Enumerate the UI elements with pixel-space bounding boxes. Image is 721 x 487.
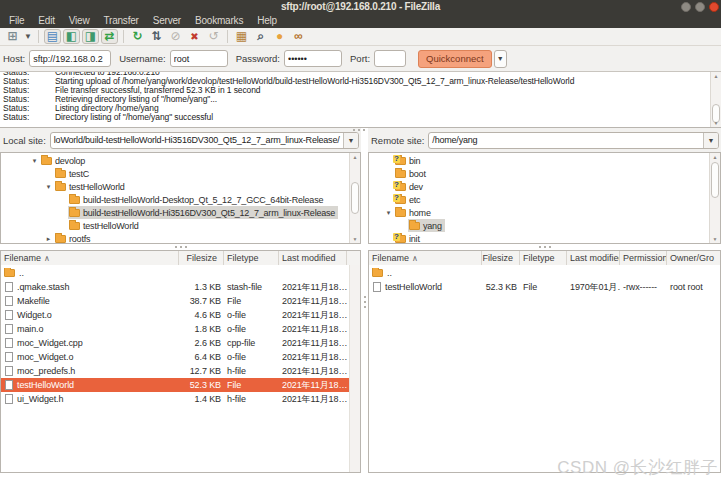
status-log: Status: Connected to 192.168.0.210 Statu… bbox=[0, 72, 721, 128]
tree-item[interactable]: testC bbox=[1, 167, 348, 180]
status-log-scrollbar[interactable]: ▲ ▼ bbox=[710, 72, 721, 127]
tree-item[interactable]: ▾ devolop bbox=[1, 154, 348, 167]
column-header[interactable]: Owner/Gro bbox=[667, 251, 720, 265]
column-header[interactable]: Filename∧ bbox=[369, 251, 482, 265]
tree-item[interactable]: build-testHelloWorld-Hi3516DV300_Qt5_12_… bbox=[1, 206, 348, 219]
..[interactable]: .. bbox=[1, 266, 360, 280]
moc_Widget.cpp[interactable]: moc_Widget.cpp 2.6 KB cpp-file 2021年11月1… bbox=[1, 336, 360, 350]
remote-tree-scrollbar[interactable]: ▲ ▼ bbox=[709, 153, 720, 243]
synchronized-browsing-button[interactable]: ⌕ bbox=[252, 29, 269, 44]
tree-item[interactable]: init bbox=[369, 232, 708, 243]
.qmake.stash[interactable]: .qmake.stash 1.3 KB stash-file 2021年11月1… bbox=[1, 280, 360, 294]
process-queue-button[interactable]: ⇅ bbox=[148, 29, 165, 44]
local-list-scrollbar[interactable] bbox=[349, 265, 360, 472]
tree-item[interactable]: bin bbox=[369, 154, 708, 167]
expander-icon[interactable]: ▾ bbox=[43, 183, 54, 191]
scrollbar-thumb[interactable] bbox=[351, 182, 359, 214]
scroll-up-icon[interactable]: ▲ bbox=[710, 154, 720, 160]
menu-item[interactable]: Help bbox=[250, 14, 284, 28]
site-manager-button[interactable]: ⊞ bbox=[4, 29, 21, 44]
folder-icon bbox=[55, 183, 66, 191]
port-label: Port: bbox=[350, 53, 370, 64]
scroll-up-icon[interactable]: ▲ bbox=[350, 154, 360, 160]
username-input[interactable] bbox=[170, 50, 228, 67]
quickconnect-button[interactable]: Quickconnect bbox=[418, 50, 492, 68]
menu-item[interactable]: Edit bbox=[31, 14, 61, 28]
main.o[interactable]: main.o 1.8 KB o-file 2021年11月18… bbox=[1, 322, 360, 336]
panel-splitter[interactable] bbox=[361, 128, 368, 473]
file-icon bbox=[5, 282, 13, 292]
tree-item[interactable]: ▾ testHelloWorld bbox=[1, 180, 348, 193]
column-header[interactable]: Filename∧ bbox=[1, 251, 179, 265]
column-header[interactable]: Filetype bbox=[224, 251, 279, 265]
site-manager-dropdown-icon[interactable]: ▼ bbox=[23, 29, 33, 44]
testHelloWorld[interactable]: testHelloWorld 52.3 KB File 1970年01月… -r… bbox=[369, 280, 720, 294]
expander-icon[interactable]: ▾ bbox=[383, 209, 394, 217]
tree-item[interactable]: dev bbox=[369, 180, 708, 193]
directory-filter-button[interactable]: ● bbox=[271, 29, 288, 44]
file-icon bbox=[5, 338, 13, 348]
column-header[interactable]: Filesize bbox=[482, 251, 520, 265]
password-input[interactable] bbox=[284, 50, 342, 67]
menu-item[interactable]: Server bbox=[146, 14, 188, 28]
scroll-down-icon[interactable]: ▼ bbox=[711, 120, 721, 126]
scroll-down-icon[interactable]: ▼ bbox=[350, 236, 360, 242]
close-button[interactable] bbox=[709, 2, 719, 12]
expander-icon[interactable]: ▾ bbox=[29, 157, 40, 165]
menu-item[interactable]: Transfer bbox=[96, 14, 145, 28]
chevron-down-icon[interactable]: ▼ bbox=[703, 133, 718, 148]
tree-item[interactable]: etc bbox=[369, 193, 708, 206]
local-site-bar: Local site: loWorld/build-testHelloWorld… bbox=[0, 128, 361, 152]
menu-item[interactable]: View bbox=[62, 14, 97, 28]
quickconnect-dropdown-icon[interactable]: ▼ bbox=[494, 50, 507, 68]
tree-item[interactable]: yang bbox=[369, 219, 708, 232]
moc_Widget.o[interactable]: moc_Widget.o 6.4 KB o-file 2021年11月18… bbox=[1, 350, 360, 364]
tree-item[interactable]: testHelloWorld bbox=[1, 219, 348, 232]
remote-site-combo[interactable]: /home/yang ▼ bbox=[428, 132, 719, 149]
directory-comparison-button[interactable]: ▦ bbox=[233, 29, 250, 44]
local-site-combo[interactable]: loWorld/build-testHelloWorld-Hi3516DV300… bbox=[50, 132, 359, 149]
cancel-operation-button[interactable]: ⊘ bbox=[167, 29, 184, 44]
disconnect-button[interactable]: ✖ bbox=[186, 29, 203, 44]
local-directory-tree: ▾ devolop testC ▾ testHelloWorld build-t… bbox=[0, 152, 361, 244]
menu-item[interactable]: File bbox=[2, 14, 31, 28]
expander-icon[interactable]: ▸ bbox=[43, 235, 54, 243]
tree-item[interactable]: ▾ home bbox=[369, 206, 708, 219]
tree-item[interactable]: build-testHelloWorld-Desktop_Qt_5_12_7_G… bbox=[1, 193, 348, 206]
testHelloWorld[interactable]: testHelloWorld 52.3 KB File 2021年11月18… bbox=[1, 378, 360, 392]
watermark: CSDN @长沙红胖子 bbox=[557, 456, 718, 479]
maximize-button[interactable] bbox=[695, 2, 705, 12]
Widget.o[interactable]: Widget.o 4.6 KB o-file 2021年11月18… bbox=[1, 308, 360, 322]
minimize-button[interactable] bbox=[681, 2, 691, 12]
toggle-message-log-button[interactable]: ▤ bbox=[44, 29, 61, 44]
column-header[interactable]: Filetype bbox=[520, 251, 567, 265]
column-header[interactable]: Filesize bbox=[179, 251, 224, 265]
reconnect-button[interactable]: ↺ bbox=[205, 29, 222, 44]
tree-item[interactable]: ▸ rootfs bbox=[1, 232, 348, 243]
chevron-down-icon[interactable]: ▼ bbox=[343, 133, 358, 148]
port-input[interactable] bbox=[374, 50, 406, 67]
toggle-transfer-queue-button[interactable]: ⇄ bbox=[101, 29, 118, 44]
column-header[interactable]: Permission bbox=[620, 251, 667, 265]
local-list-header: Filename∧FilesizeFiletypeLast modified bbox=[0, 250, 361, 266]
folder-icon bbox=[69, 196, 80, 204]
Makefile[interactable]: Makefile 38.7 KB File 2021年11月18… bbox=[1, 294, 360, 308]
toggle-local-tree-button[interactable]: ◧ bbox=[63, 29, 80, 44]
toggle-remote-tree-button[interactable]: ◨ bbox=[82, 29, 99, 44]
scroll-down-icon[interactable]: ▼ bbox=[710, 236, 720, 242]
refresh-button[interactable]: ↻ bbox=[129, 29, 146, 44]
moc_predefs.h[interactable]: moc_predefs.h 12.7 KB h-file 2021年11月18… bbox=[1, 364, 360, 378]
file-icon bbox=[5, 366, 13, 376]
scrollbar-thumb[interactable] bbox=[711, 162, 719, 198]
host-input[interactable] bbox=[29, 50, 111, 67]
tree-item[interactable]: boot bbox=[369, 167, 708, 180]
scroll-up-icon[interactable]: ▲ bbox=[711, 73, 721, 79]
ui_Widget.h[interactable]: ui_Widget.h 1.4 KB h-file 2021年11月18… bbox=[1, 392, 360, 406]
menu-item[interactable]: Bookmarks bbox=[188, 14, 250, 28]
file-search-button[interactable]: ∞ bbox=[290, 29, 307, 44]
column-header[interactable]: Last modified bbox=[279, 251, 347, 265]
column-header[interactable]: Last modified bbox=[567, 251, 620, 265]
..[interactable]: .. bbox=[369, 266, 720, 280]
log-splitter-grip[interactable] bbox=[358, 129, 360, 131]
local-tree-scrollbar[interactable]: ▲ ▼ bbox=[349, 153, 360, 243]
